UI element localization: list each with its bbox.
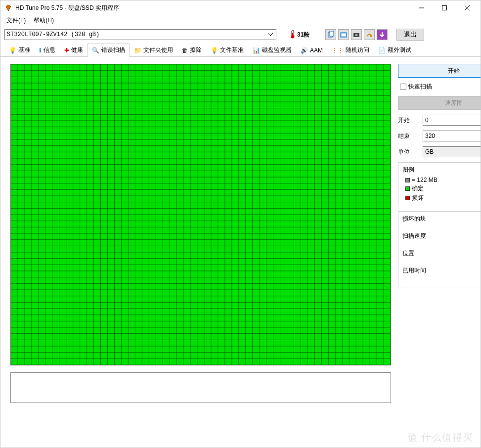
minimize-button[interactable] [410,0,433,15]
settings-icon[interactable] [364,29,375,40]
start-button[interactable]: 开始 [398,64,481,78]
menubar: 文件(F) 帮助(H) [0,15,481,26]
bulb-icon: 💡 [9,47,16,54]
window-controls [410,0,479,15]
save-icon[interactable] [377,29,388,40]
svg-rect-10 [342,34,346,36]
folder-icon: 📁 [134,47,141,54]
speed-map-button[interactable]: 速度图 [398,96,481,110]
svg-point-6 [291,35,295,38]
svg-point-13 [370,35,372,37]
trash-icon: 🗑 [182,47,188,54]
quick-scan-checkbox[interactable] [400,84,406,90]
quick-scan-label: 快速扫描 [408,83,432,91]
tab-benchmark[interactable]: 💡基准 [4,44,35,57]
drive-select[interactable]: ST320LT007-9ZV142 (320 gB) [4,29,276,40]
svg-rect-1 [442,6,447,10]
start-row: 开始 ▲▼ [398,115,481,126]
tab-disk-monitor[interactable]: 📊磁盘监视器 [248,44,296,57]
svg-rect-8 [330,31,334,36]
tab-bar: 💡基准 ℹ信息 ✚健康 🔍错误扫描 📁文件夹使用 🗑擦除 💡文件基准 📊磁盘监视… [0,43,481,57]
tab-extra-tests[interactable]: 📄额外测试 [374,44,416,57]
app-icon [4,4,12,12]
red-square-icon [405,196,410,200]
tool-icons [325,29,388,40]
menu-help[interactable]: 帮助(H) [30,15,58,26]
svg-point-12 [355,34,358,37]
legend-ok: 确定 [402,184,481,193]
camera-icon[interactable] [351,29,362,40]
damaged-blocks-value: 0.0 % [402,224,481,231]
tab-folder-usage[interactable]: 📁文件夹使用 [130,44,177,57]
start-label: 开始 [398,116,420,125]
damaged-blocks-label: 损坏的块 [402,215,481,223]
end-label: 结束 [398,132,420,140]
tab-file-benchmark[interactable]: 💡文件基准 [206,44,248,57]
dots-icon: ⋮⋮ [332,47,344,54]
toolbar: ST320LT007-9ZV142 (320 gB) 31鞍 退出 [0,26,481,43]
temperature-value: 31鞍 [297,31,309,39]
tab-erase[interactable]: 🗑擦除 [177,44,206,57]
legend-box: 图例 = 122 MB 确定 损坏 [398,162,481,206]
unit-label: 单位 [398,148,420,156]
legend-blocksize: = 122 MB [402,176,481,184]
start-input[interactable] [423,115,481,125]
position-value: 320 gB [402,259,481,266]
log-box [10,372,391,403]
copy-text-icon[interactable] [325,29,336,40]
quick-scan-row: 快速扫描 [398,83,481,91]
chart-icon: 📊 [253,47,260,54]
file-bulb-icon: 💡 [211,47,218,54]
tab-health[interactable]: ✚健康 [60,44,87,57]
scan-speed-label: 扫描速度 [402,232,481,240]
content-area: 开始 快速扫描 速度图 开始 ▲▼ 结束 ▲▼ 单位 GB [0,57,481,448]
menu-file[interactable]: 文件(F) [2,15,30,26]
tab-aam[interactable]: 🔊AAM [296,44,327,57]
status-box: 损坏的块 0.0 % 扫描速度 n/a 位置 320 gB 已用时间 0:46 [398,211,481,287]
elapsed-value: 0:46 [402,276,481,283]
tab-random-access[interactable]: ⋮⋮随机访问 [327,44,374,57]
info-icon: ℹ [39,47,42,54]
magnifier-icon: 🔍 [92,47,99,54]
window-title: HD Tune Pro 5.75 - 硬盘/SSD 实用程序 [15,4,410,12]
copy-screenshot-icon[interactable] [338,29,349,40]
unit-row: 单位 GB [398,146,481,157]
end-spinner[interactable]: ▲▼ [423,131,481,141]
thermometer-icon [290,30,295,40]
cross-icon: ✚ [64,47,69,54]
speaker-icon: 🔊 [301,47,308,54]
titlebar: HD Tune Pro 5.75 - 硬盘/SSD 实用程序 [0,0,481,15]
scan-grid [10,64,391,365]
exit-button[interactable]: 退出 [396,29,424,41]
end-input[interactable] [423,131,481,141]
unit-select[interactable]: GB [423,146,481,157]
start-spinner[interactable]: ▲▼ [423,115,481,126]
right-pane: 开始 快速扫描 速度图 开始 ▲▼ 结束 ▲▼ 单位 GB [398,64,481,443]
scan-speed-value: n/a [402,241,481,248]
maximize-button[interactable] [433,0,456,15]
gray-square-icon [405,178,410,182]
sheet-icon: 📄 [378,47,386,54]
green-square-icon [405,186,410,191]
close-button[interactable] [456,0,479,15]
temperature-display: 31鞍 [287,29,312,41]
left-pane [10,64,391,443]
tab-info[interactable]: ℹ信息 [35,44,60,57]
elapsed-label: 已用时间 [402,267,481,275]
end-row: 结束 ▲▼ [398,131,481,141]
legend-title: 图例 [402,166,481,174]
legend-damaged: 损坏 [402,193,481,203]
position-label: 位置 [402,249,481,258]
tab-error-scan[interactable]: 🔍错误扫描 [87,44,130,57]
